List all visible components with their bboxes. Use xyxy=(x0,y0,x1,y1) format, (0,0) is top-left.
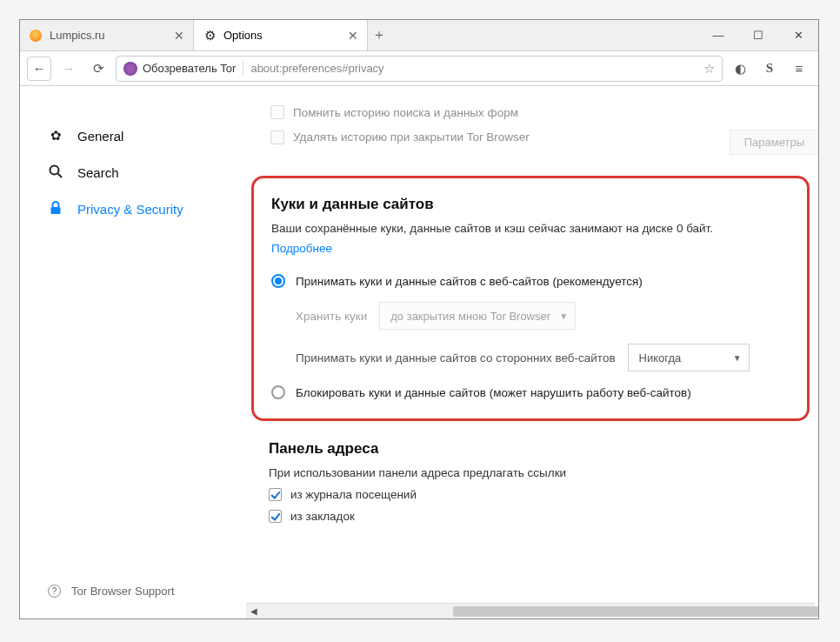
radio-block-cookies[interactable]: Блокировать куки и данные сайтов (может … xyxy=(271,385,790,399)
menu-icon[interactable]: ≡ xyxy=(787,57,811,81)
scroll-thumb[interactable] xyxy=(453,606,818,617)
addressbar-section: Панель адреса При использовании панели а… xyxy=(269,440,810,523)
svg-point-0 xyxy=(50,165,59,174)
toolbar: ← → ⟳ Обозреватель Tor about:preferences… xyxy=(20,51,818,86)
checkbox-icon xyxy=(269,510,282,523)
scroll-left-icon[interactable]: ◀ xyxy=(246,605,262,619)
section-desc: При использовании панели адреса предлага… xyxy=(269,466,810,479)
close-icon[interactable]: ✕ xyxy=(174,29,184,43)
cookies-section: Куки и данные сайтов Ваши сохранённые ку… xyxy=(251,176,810,421)
reload-button[interactable]: ⟳ xyxy=(86,57,110,81)
minimize-button[interactable]: — xyxy=(698,20,738,50)
onion-icon xyxy=(123,62,137,76)
close-button[interactable]: ✕ xyxy=(778,20,818,50)
tab-background[interactable]: Lumpics.ru ✕ xyxy=(20,20,194,50)
content-area: ✿ General Search Privacy & Security ? To… xyxy=(20,86,818,619)
tab-label: Lumpics.ru xyxy=(50,29,105,42)
svg-rect-2 xyxy=(51,207,61,214)
third-party-label: Принимать куки и данные сайтов со сторон… xyxy=(296,351,616,364)
tor-circuit-icon[interactable]: ◐ xyxy=(728,57,752,81)
close-icon[interactable]: ✕ xyxy=(348,29,358,43)
third-party-row: Принимать куки и данные сайтов со сторон… xyxy=(296,344,790,371)
checkbox-icon xyxy=(269,488,282,501)
sidebar-item-search[interactable]: Search xyxy=(43,154,246,191)
suggest-bookmarks-option[interactable]: из закладок xyxy=(269,510,810,523)
svg-line-1 xyxy=(58,173,63,177)
learn-more-link[interactable]: Подробнее xyxy=(271,242,332,255)
browser-window: Lumpics.ru ✕ ⚙ Options ✕ ＋ — ☐ ✕ ← → ⟳ О… xyxy=(19,19,819,619)
chevron-down-icon: ▼ xyxy=(733,353,742,363)
sidebar: ✿ General Search Privacy & Security ? To… xyxy=(20,86,246,619)
gear-icon: ⚙ xyxy=(203,29,217,43)
tab-strip: ＋ xyxy=(368,20,698,50)
settings-main: Помнить историю поиска и данных форм Уда… xyxy=(246,86,818,619)
sidebar-item-general[interactable]: ✿ General xyxy=(43,117,246,154)
sidebar-item-support[interactable]: ? Tor Browser Support xyxy=(43,573,246,608)
site-icon xyxy=(29,29,43,43)
horizontal-scrollbar[interactable]: ◀ ▶ xyxy=(246,603,815,619)
url-text: about:preferences#privacy xyxy=(250,62,697,75)
titlebar: Lumpics.ru ✕ ⚙ Options ✕ ＋ — ☐ ✕ xyxy=(20,20,818,51)
section-desc: Ваши сохранённые куки, данные сайтов и к… xyxy=(271,222,790,235)
history-clear-option: Удалять историю при закрытии Tor Browser xyxy=(270,130,730,144)
gear-icon: ✿ xyxy=(46,128,65,144)
keep-cookies-label: Хранить куки xyxy=(296,310,367,323)
new-tab-button[interactable]: ＋ xyxy=(368,26,390,44)
tab-label: Options xyxy=(223,29,263,42)
search-icon xyxy=(46,164,65,182)
keep-cookies-row: Хранить куки до закрытия мною Tor Browse… xyxy=(296,302,790,330)
checkbox xyxy=(270,130,284,144)
lock-icon xyxy=(46,200,65,218)
suggest-history-option[interactable]: из журнала посещений xyxy=(269,488,810,501)
radio-icon xyxy=(271,385,285,399)
identity-box[interactable]: Обозреватель Tor xyxy=(123,62,243,76)
history-remember-option: Помнить историю поиска и данных форм xyxy=(270,105,818,119)
radio-icon xyxy=(271,274,285,288)
maximize-button[interactable]: ☐ xyxy=(738,20,778,50)
forward-button[interactable]: → xyxy=(57,57,81,81)
back-button[interactable]: ← xyxy=(27,57,51,81)
section-title: Куки и данные сайтов xyxy=(271,196,790,213)
tab-active[interactable]: ⚙ Options ✕ xyxy=(194,20,368,50)
bookmark-star-icon[interactable]: ☆ xyxy=(703,61,715,77)
help-icon: ? xyxy=(48,585,61,598)
checkbox xyxy=(270,105,284,119)
scroll-track[interactable] xyxy=(262,605,799,619)
window-controls: — ☐ ✕ xyxy=(698,20,818,50)
keep-cookies-select: до закрытия мною Tor Browser ▼ xyxy=(379,302,576,330)
chevron-down-icon: ▼ xyxy=(559,311,568,321)
third-party-select[interactable]: Никогда ▼ xyxy=(628,344,750,371)
noscript-icon[interactable]: S xyxy=(757,57,782,81)
settings-button[interactable]: Параметры xyxy=(730,130,818,155)
sidebar-item-privacy[interactable]: Privacy & Security xyxy=(43,191,246,227)
address-bar[interactable]: Обозреватель Tor about:preferences#priva… xyxy=(116,56,723,82)
radio-accept-cookies[interactable]: Принимать куки и данные сайтов с веб-сай… xyxy=(271,274,790,288)
section-title: Панель адреса xyxy=(269,440,810,458)
